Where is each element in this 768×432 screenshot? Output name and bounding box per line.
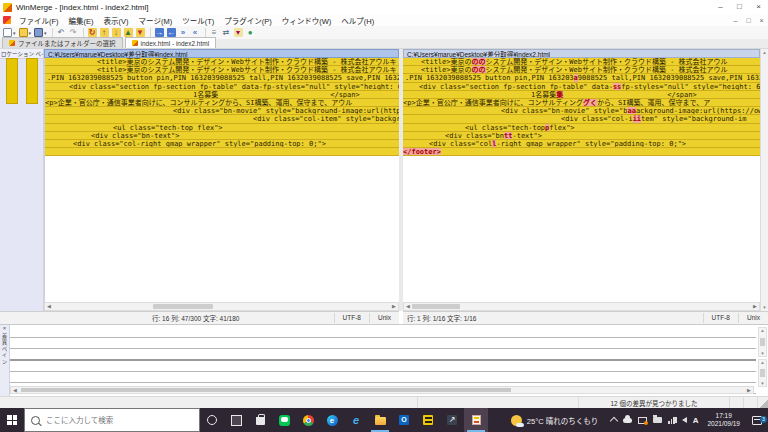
left-line-1[interactable]: <title>東京のシステム開発・デザイン・Webサイト制作・クラウド構築 - … <box>45 58 400 66</box>
menu-item-7[interactable]: ヘルプ(H) <box>336 15 379 26</box>
left-line-8[interactable]: <div class="col-item" style="background-… <box>45 115 400 123</box>
left-line-6[interactable]: <p>企業・官公庁・通信事業者向けに、コンサルティングから、SI構築、運用、保守… <box>45 99 400 107</box>
left-line-3[interactable]: .PIN 1632039088525 button pin,PIN 163203… <box>45 74 400 82</box>
diff-scroll-thumb[interactable] <box>21 388 511 392</box>
outlook-taskbar-button[interactable]: O <box>392 408 416 432</box>
app-yellow-taskbar-button[interactable] <box>416 408 440 432</box>
right-horizontal-scrollbar[interactable]: ◀ ▶ <box>403 302 760 311</box>
right-line-12[interactable]: </footer> <box>403 148 760 156</box>
menu-item-2[interactable]: 表示(V) <box>99 15 134 26</box>
task-view-taskbar-button[interactable] <box>224 408 248 432</box>
ie-taskbar-button[interactable]: e <box>344 408 368 432</box>
left-line-9[interactable]: <ul class="tech-top flex"> <box>45 124 400 132</box>
location-bar-left-file[interactable] <box>6 58 18 104</box>
right-line-6[interactable]: <p>企業・官公庁・通信事業者向けに、コンサルティンググくから、SI構築、運用、… <box>403 99 760 107</box>
code-text: <title>東京の <box>421 66 472 74</box>
scroll-left-icon[interactable]: ◀ <box>11 387 19 394</box>
left-pane-statusbar: 行: 16 列: 47/300 文字: 41/180 UTF-8 Unix <box>0 311 399 324</box>
winmerge-taskbar-button[interactable] <box>464 408 488 432</box>
mdi-minimize-button[interactable]: – <box>729 15 742 26</box>
search-icon <box>31 416 40 425</box>
scroll-right-icon[interactable]: ▶ <box>390 303 398 310</box>
mdi-restore-button[interactable]: □ <box>742 15 755 26</box>
start-button[interactable] <box>0 408 24 432</box>
action-center-button[interactable]: 3 <box>746 416 768 425</box>
left-line-2[interactable]: <title>東京のシステム開発・デザイン・Webサイト制作・クラウド構築 - … <box>45 66 400 74</box>
maximize-button[interactable]: □ <box>730 0 749 14</box>
menu-item-3[interactable]: マージ(M) <box>134 15 178 26</box>
left-line-10[interactable]: <div class="bn-text"> <box>45 132 400 140</box>
left-code-pane[interactable]: <title>東京のシステム開発・デザイン・Webサイト制作・クラウド構築 - … <box>44 58 400 302</box>
mdi-close-button[interactable]: × <box>755 15 768 26</box>
right-line-7[interactable]: <div class="bn-movie" style="baaackgroun… <box>403 107 760 115</box>
right-line-2[interactable]: <title>東京のののシステム開発・デザイン・Webサイト制作・クラウド構築 … <box>403 66 760 74</box>
ime-indicator[interactable]: A <box>693 416 699 425</box>
options-button[interactable]: ● <box>245 27 256 39</box>
right-line-9[interactable]: <ul class="tech-topp flex"> <box>403 124 760 132</box>
right-line-10[interactable]: <div class="bntt-text"> <box>403 132 760 140</box>
right-code-pane[interactable]: <title>東京のののシステム開発・デザイン・Webサイト制作・クラウド構築 … <box>403 58 760 302</box>
left-encoding: UTF-8 <box>334 313 369 323</box>
right-line-1[interactable]: <title>東京のののシステム開発・デザイン・Webサイト制作・クラウド構築 … <box>403 58 760 66</box>
folder-tray-icon[interactable] <box>653 417 662 423</box>
close-button[interactable]: × <box>749 0 768 14</box>
menu-item-5[interactable]: プラグイン(P) <box>219 15 277 26</box>
weather-widget[interactable]: 25°C 晴れのちくもり <box>511 415 598 426</box>
menu-item-1[interactable]: 編集(E) <box>64 15 99 26</box>
right-line-3[interactable]: .PIN 1632039088525 button pin,PIN 163203… <box>403 74 760 82</box>
code-text: <div class="bn-movie" style="background-… <box>173 107 400 115</box>
cortana-taskbar-button[interactable] <box>200 408 224 432</box>
right-line-8[interactable]: <div class="col-iiitem" style="backgroun… <box>403 115 760 123</box>
quick-launch-taskbar-button[interactable]: ↗ <box>440 408 464 432</box>
store-taskbar-button[interactable] <box>248 408 272 432</box>
right-line-5[interactable]: 1名募集集</span> <box>403 91 760 99</box>
code-text: tem" style="background-im <box>641 115 746 123</box>
right-line-11[interactable]: <div class="coll-right gmap wrapper" sty… <box>403 140 760 148</box>
left-horizontal-scrollbar[interactable]: ◀ ▶ <box>44 302 399 311</box>
plugins-button[interactable]: ▾ <box>233 27 244 39</box>
display-tray-icon[interactable] <box>638 417 647 424</box>
menu-item-0[interactable]: ファイル(F) <box>14 15 64 26</box>
diff-top-scrollbar[interactable]: ▲▼ <box>758 327 767 357</box>
tab-1[interactable]: index.html - index2.html <box>125 37 217 48</box>
edge-taskbar-button[interactable]: e <box>320 408 344 432</box>
save-icon <box>34 28 43 37</box>
right-file-path-header[interactable]: C:¥Users¥marue¥Desktop¥差分取得¥index2.html <box>403 49 760 58</box>
left-scroll-thumb[interactable] <box>153 304 213 309</box>
code-text: <div class="col-i <box>561 115 633 123</box>
left-line-7[interactable]: <div class="bn-movie" style="background-… <box>45 107 400 115</box>
diff-bottom-scrollbar[interactable]: ▲▼ <box>758 359 767 387</box>
left-line-12[interactable] <box>45 148 400 156</box>
left-file-path-header[interactable]: C:¥Users¥marue¥Desktop¥差分取得¥index.html <box>44 49 399 58</box>
left-line-11[interactable]: <div class="col-right gmap wrapper" styl… <box>45 140 400 148</box>
menu-item-4[interactable]: ツール(T) <box>177 15 219 26</box>
scroll-left-icon[interactable]: ◀ <box>404 303 412 310</box>
taskbar-search[interactable] <box>24 408 200 432</box>
left-line-4[interactable]: <div class="section fp-section fp-table"… <box>45 83 400 91</box>
scroll-right-icon[interactable]: ▶ <box>745 387 753 394</box>
right-line-4[interactable]: <div class="section fp-section fp-table"… <box>403 83 760 91</box>
diff-horizontal-scrollbar[interactable]: ◀ ▶ <box>10 386 754 394</box>
volume-icon[interactable] <box>682 417 687 423</box>
search-input[interactable] <box>44 415 168 426</box>
hidden-icons-chevron-icon[interactable] <box>611 416 617 424</box>
location-bar-right-file[interactable] <box>26 58 38 104</box>
taskbar-clock[interactable]: 17:19 2021/09/19 <box>707 412 740 428</box>
right-vertical-scrollbar[interactable]: ▲▼ <box>760 49 768 311</box>
scroll-right-icon[interactable]: ▶ <box>751 303 759 310</box>
swap-panes-button[interactable]: ⇄ <box>221 27 232 39</box>
chrome-taskbar-button[interactable] <box>296 408 320 432</box>
code-text: <p>企業・官公庁・通信事業者向けに、コンサルティングから、SI構築、運用、保守… <box>45 99 352 107</box>
menu-item-6[interactable]: ウィンドウ(W) <box>277 15 337 26</box>
explorer-taskbar-button[interactable] <box>368 408 392 432</box>
minimize-button[interactable]: – <box>711 0 730 14</box>
line-taskbar-button[interactable] <box>272 408 296 432</box>
right-scroll-thumb[interactable] <box>412 304 460 309</box>
scroll-left-icon[interactable]: ◀ <box>45 303 53 310</box>
onedrive-cloud-icon[interactable] <box>623 418 632 423</box>
resize-grip[interactable] <box>758 397 768 408</box>
tab-0[interactable]: ファイルまたはフォルダーの選択 <box>2 37 123 48</box>
diff-pane-close-icon[interactable]: × <box>3 325 7 332</box>
left-line-5[interactable]: 1名募集</span> <box>45 91 400 99</box>
quick-launch-icon: ↗ <box>447 415 457 425</box>
